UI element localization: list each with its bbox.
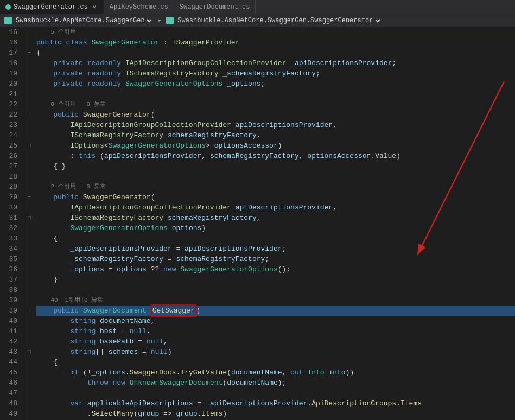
gutter-36: 36 [0,264,21,275]
code-line-37: } [36,275,515,285]
code-line-32: SwaggerGeneratorOptions options) [36,223,515,233]
collapse-29m [24,182,34,192]
gutter-45: 45 [0,367,21,378]
code-line-49: .SelectMany(group => group.Items) [36,409,515,419]
gutter-34: 34 [0,244,21,254]
code-line-47 [36,388,515,398]
code-line-38 [36,285,515,295]
code-line-42: string basePath = null, [36,336,515,347]
gutter-31: 31 [0,213,21,223]
gutter-48: 48 [0,398,21,409]
gutter-18: 18 [0,58,21,68]
nav-bar: Swashbuckle.AspNetCore.SwaggerGen ▸ Swas… [0,14,515,27]
code-line-41: string host = null, [36,326,515,336]
code-area: 5 个引用 public class SwaggerGenerator : IS… [34,27,515,420]
line-meta-1ref: 40 1引用|0 异常 [36,295,515,306]
collapse-30 [24,202,34,213]
gutter-23: 23 [0,120,21,130]
code-line-30: IApiDescriptionGroupCollectionProvider a… [36,202,515,213]
collapse-17[interactable]: − [24,48,34,58]
code-line-34: _apiDescriptionsProvider = apiDescriptio… [36,244,515,254]
code-line-31: ISchemaRegistryFactory schemaRegistryFac… [36,213,515,223]
code-line-45: if (!_options.SwaggerDocs.TryGetValue(do… [36,367,515,378]
gutter-49: 49 [0,409,21,419]
gutter-20: 20 [0,79,21,89]
nav-namespace-select[interactable]: Swashbuckle.AspNetCore.SwaggerGen [14,16,154,25]
code-line-39: public SwaggerDocument GetSwagger( ✎ [36,306,515,316]
collapse-29[interactable]: − [24,192,34,202]
collapse-25[interactable]: □ [24,141,34,151]
tab-label-api-key-scheme: ApiKeyScheme.cs [110,3,168,11]
collapse-16 [24,27,34,37]
namespace-icon [4,17,12,24]
gutter-27: 27 [0,161,21,171]
gutter-38: 38 [0,285,21,295]
collapse-45 [24,367,34,378]
nav-member-select[interactable]: Swashbuckle.AspNetCore.SwaggerGen.Swagge… [175,16,382,25]
gutter-26: 26 [0,151,21,161]
code-line-23: IApiDescriptionGroupCollectionProvider a… [36,120,515,130]
code-line-28 [36,171,515,182]
meta-5ref: 5 个引用 [36,27,76,37]
collapse-24 [24,130,34,141]
collapse-16b [24,37,34,48]
editor-container: SwaggerGenerator.cs ✕ ApiKeyScheme.cs Sw… [0,0,515,420]
gutter-16: 16 [0,27,21,37]
tab-label-swagger-generator: SwaggerGenerator.cs [14,3,88,11]
code-line-18: private readonly IApiDescriptionGroupCol… [36,58,515,68]
code-line-16: public class SwaggerGenerator : ISwagger… [36,37,515,48]
code-line-17: { [36,48,515,58]
gutter-43: 43 [0,347,21,357]
editor-body: 16 16 17 18 19 20 21 22 22 23 24 25 26 2… [0,27,515,420]
code-line-48: var applicableApiDescriptions = _apiDesc… [36,398,515,409]
code-line-19: private readonly ISchemaRegistryFactory … [36,68,515,79]
gutter-30: 30 [0,202,21,213]
collapse-28 [24,171,34,182]
tab-swagger-document[interactable]: SwaggerDocument.cs [174,0,256,14]
nav-separator: ▸ [158,16,162,24]
code-line-26: : this (apiDescriptionsProvider, schemaR… [36,151,515,161]
collapse-31[interactable]: □ [24,213,34,223]
collapse-41 [24,326,34,336]
tab-swagger-generator[interactable]: SwaggerGenerator.cs ✕ [0,0,104,14]
collapse-46 [24,378,34,388]
collapse-43[interactable]: □ [24,347,34,357]
collapse-40 [24,316,34,326]
collapse-42 [24,336,34,347]
code-line-35: _schemaRegistryFactory = schemaRegistryF… [36,254,515,264]
gutter-21: 21 [0,89,21,99]
code-line-25: IOptions<SwaggerGeneratorOptions> option… [36,141,515,151]
close-tab-swagger-generator[interactable]: ✕ [91,3,98,11]
gutter-19: 19 [0,68,21,79]
gutter-46: 46 [0,378,21,388]
nav-right[interactable]: Swashbuckle.AspNetCore.SwaggerGen.Swagge… [164,16,384,25]
line-meta-2ref: 2 个引用 | 0 异常 [36,182,515,192]
code-line-36: _options = options ?? new SwaggerGenerat… [36,264,515,275]
gutter-39: 39 [0,306,21,316]
gutter-29m: 29 [0,182,21,192]
tab-label-swagger-document: SwaggerDocument.cs [180,3,250,11]
gutter-17: 17 [0,48,21,58]
collapse-35 [24,254,34,264]
code-line-46: throw new UnknownSwaggerDocument(documen… [36,378,515,388]
tab-api-key-scheme[interactable]: ApiKeyScheme.cs [104,0,174,14]
gutter-32: 32 [0,223,21,233]
gutter-41: 41 [0,326,21,336]
code-line-29: public SwaggerGenerator( [36,192,515,202]
collapse-22[interactable]: − [24,110,34,120]
collapse-21 [24,89,34,99]
gutter-25: 25 [0,141,21,151]
collapse-39[interactable]: − [24,306,34,316]
code-line-22: public SwaggerGenerator( [36,110,515,120]
collapse-48 [24,398,34,409]
collapse-32 [24,223,34,233]
collapse-18 [24,58,34,68]
nav-left[interactable]: Swashbuckle.AspNetCore.SwaggerGen [2,16,156,25]
gutter-44: 44 [0,357,21,367]
gutter-22: 22 [0,110,21,120]
line-meta-5ref: 5 个引用 [36,27,515,37]
gutter-40: 40 [0,316,21,326]
tab-bar: SwaggerGenerator.cs ✕ ApiKeyScheme.cs Sw… [0,0,515,14]
code-line-44: { [36,357,515,367]
collapse-23 [24,120,34,130]
